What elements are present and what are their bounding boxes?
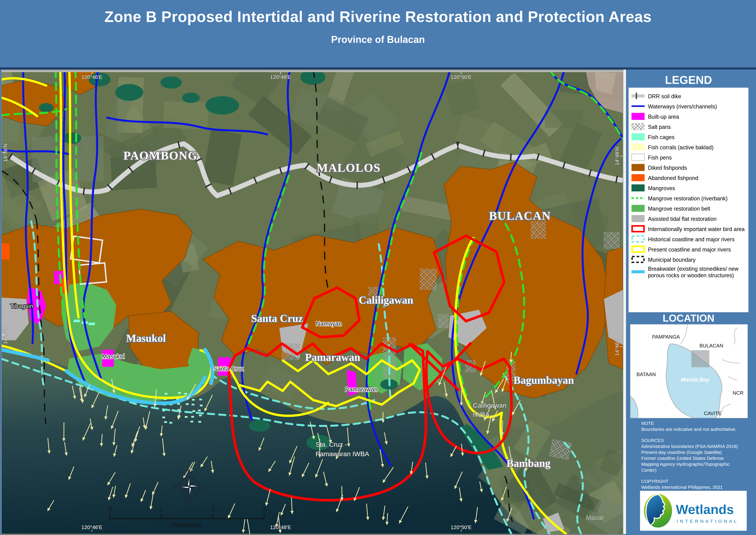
- legend-label: Internationally important water bird are…: [646, 226, 744, 233]
- location-inset-svg: PAMPANGABULACANBATAANManila BayNCRCAVITE: [631, 324, 747, 418]
- map-poster: Zone B Proposed Intertidal and Riverine …: [0, 0, 756, 535]
- grid-label: 120°50'E: [451, 74, 472, 80]
- legend-item: Fish cages: [631, 133, 747, 142]
- legend-swatch-dike: [631, 92, 646, 101]
- source-line: Former coastline (United States Defense: [641, 455, 745, 461]
- compass-n: N: [187, 468, 192, 476]
- legend-swatch-fill: [631, 163, 646, 172]
- legend-label: Salt pans: [646, 124, 671, 130]
- map-label-paombong: PAOMBONG: [123, 149, 198, 162]
- wetlands-logo: Wetlands INTERNATIONAL: [640, 491, 747, 531]
- legend-item: Historical coastline and major rivers: [631, 235, 747, 244]
- legend-label: Mangrove restoration belt: [646, 206, 710, 212]
- map-label-maxar: Maxar: [586, 514, 604, 521]
- legend-label: DRR soil dike: [646, 93, 681, 99]
- source-line: Mapping Agency Hydrographic/Topographic: [641, 461, 745, 467]
- compass-w: W: [172, 483, 179, 491]
- legend-item: Salt pans: [631, 123, 747, 131]
- map-canvas: N E S W 0123Kilometers PAOMBONGMALOLOSBU…: [1, 70, 623, 535]
- legend-label: Mangroves: [646, 185, 675, 191]
- study-area-highlight: [691, 350, 709, 367]
- note-body: Boundaries are indicative and not author…: [641, 426, 745, 432]
- legend-label: Waterways (rivers/channels): [646, 103, 717, 110]
- header-divider: [0, 68, 756, 70]
- legend-item: Diked fishponds: [631, 163, 747, 172]
- legend-swatch-thick-line: [631, 268, 646, 276]
- legend-label: Fish pens: [646, 154, 672, 161]
- map-label-masukol: Masukol: [126, 332, 166, 344]
- logo-subword: INTERNATIONAL: [677, 519, 739, 524]
- legend-label: Present coastline and major rivers: [646, 246, 731, 253]
- legend-label: Municipal boundary: [646, 257, 695, 263]
- source-line: Center): [641, 467, 745, 473]
- map-label-sta-cruz-: Sta. Cruz -: [315, 441, 347, 448]
- legend-label: Mangrove restoration (riverbank): [646, 195, 727, 202]
- legend-item: Waterways (rivers/channels): [631, 102, 747, 111]
- legend-item: Fish corrals (active baklad): [631, 143, 747, 152]
- legend-item: Mangroves: [631, 184, 747, 193]
- logo-wordmark: Wetlands: [676, 502, 734, 517]
- map-label-pamawaran-iwba: Pamawaran IWBA: [315, 450, 369, 458]
- compass-s: S: [187, 498, 191, 506]
- inset-label-ncr: NCR: [733, 390, 743, 396]
- legend-item: Asissted tidal flat restoration: [631, 214, 747, 223]
- inset-label-bulacan: BULACAN: [699, 343, 723, 349]
- grid-label: 120°46'E: [81, 74, 102, 80]
- inset-label-pampanga: PAMPANGA: [652, 334, 680, 340]
- wetlands-logo-svg: Wetlands INTERNATIONAL: [640, 491, 747, 531]
- scalebar-tick: 0: [108, 506, 112, 512]
- legend-title: LEGEND: [629, 73, 748, 86]
- map-frame-top: [2, 70, 623, 72]
- legend-item: Fish pens: [631, 153, 747, 162]
- inset-label-bataan: BATAAN: [636, 372, 656, 377]
- grid-label: 14°48'N: [614, 147, 620, 165]
- legend-swatch-dash-outline: [631, 235, 646, 244]
- legend-item: Breakwater (existing stonedikes/ new por…: [631, 266, 747, 279]
- map-label-pamarawan: Pamarawan: [345, 386, 377, 393]
- grid-label: 120°50'E: [451, 524, 472, 530]
- map-label-iwba: IWBA: [473, 411, 490, 418]
- legend-swatch-fill: [631, 143, 646, 152]
- copyright-heading: COPYRIGHT: [641, 478, 745, 484]
- legend-item: Municipal boundary: [631, 255, 747, 264]
- legend-item: Internationally important water bird are…: [631, 225, 747, 234]
- legend-swatch-dash-line: [631, 194, 646, 203]
- legend-swatch-outline: [631, 245, 646, 254]
- map-svg: N E S W 0123Kilometers PAOMBONGMALOLOSBU…: [2, 70, 623, 534]
- legend-label: Breakwater (existing stonedikes/ new por…: [646, 266, 747, 279]
- map-label-santa-cruz: Santa Cruz: [213, 365, 244, 372]
- map-label-pamarawan: Pamarawan: [305, 352, 360, 363]
- copyright-body: Wetlands International Philippines, 2021: [641, 484, 745, 490]
- legend-item: Mangrove restoration (riverbank): [631, 194, 747, 203]
- map-label-tibaguin: Tibaguin: [10, 303, 33, 309]
- legend-item: DRR soil dike: [631, 92, 747, 101]
- map-label-caliligawan: Caliligawan: [359, 294, 413, 306]
- map-label-santa-cruz: Santa Cruz: [251, 313, 303, 324]
- map-label-bagumbayan: Bagumbayan: [514, 374, 574, 386]
- legend-label: Fish corrals (active baklad): [646, 144, 714, 151]
- map-label-bambang: Bambang: [506, 457, 551, 469]
- location-inset: PAMPANGABULACANBATAANManila BayNCRCAVITE: [630, 324, 748, 418]
- legend-item: Mangrove restoration belt: [631, 204, 747, 213]
- scalebar-tick: 2: [211, 506, 214, 512]
- map-sidebar-gap: [623, 70, 626, 534]
- map-label-caliligawan: Caliligawan: [473, 402, 506, 409]
- map-label-masukol: Masukol: [102, 353, 125, 360]
- legend-swatch-fill: [631, 204, 646, 213]
- legend-swatch-fill: [631, 214, 646, 223]
- source-line: Administrative boundaries (PSA-NAMRIA 20…: [641, 443, 745, 449]
- legend-panel: DRR soil dikeWaterways (rivers/channels)…: [629, 88, 748, 312]
- grid-label: 120°48'E: [270, 74, 291, 80]
- poster-header: Zone B Proposed Intertidal and Riverine …: [0, 0, 756, 68]
- legend-swatch-line: [631, 102, 646, 111]
- legend-label: Diked fishponds: [646, 165, 687, 171]
- compass-e: E: [201, 483, 205, 491]
- legend-swatch-fill: [631, 174, 646, 183]
- page-title: Zone B Proposed Intertidal and Riverine …: [0, 8, 756, 25]
- page-subtitle: Province of Bulacan: [0, 34, 756, 45]
- legend-item: Present coastline and major rivers: [631, 245, 747, 254]
- notes-panel: NOTE Boundaries are indicative and not a…: [641, 420, 745, 490]
- grid-label: 120°46'E: [81, 524, 102, 530]
- legend-swatch-fill-border: [631, 153, 646, 162]
- inset-label-manila-bay: Manila Bay: [681, 377, 710, 383]
